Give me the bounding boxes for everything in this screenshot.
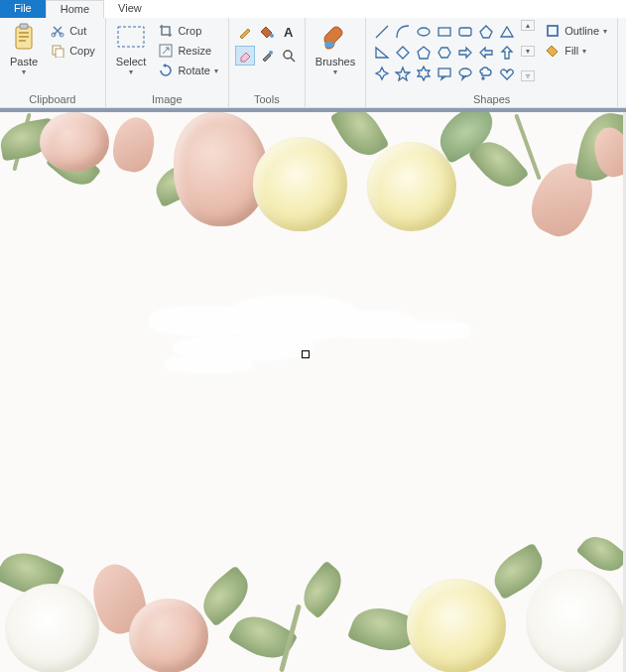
crop-icon	[158, 23, 174, 39]
tab-view[interactable]: View	[104, 0, 156, 18]
svg-point-14	[284, 51, 292, 59]
rotate-button[interactable]: Rotate ▾	[156, 62, 219, 79]
paste-button[interactable]: Paste ▾	[4, 20, 44, 78]
shape-right-triangle[interactable]	[372, 43, 392, 63]
select-button[interactable]: Select ▾	[110, 20, 153, 78]
shapes-group-label: Shapes	[370, 91, 613, 107]
fill-button[interactable]: Fill ▾	[543, 42, 609, 60]
shape-heart[interactable]	[497, 64, 517, 83]
shape-arrow-up[interactable]	[497, 43, 517, 63]
fill-tool[interactable]	[257, 22, 277, 42]
crop-button[interactable]: Crop	[156, 22, 219, 40]
scissors-icon	[50, 23, 65, 39]
shape-pentagon[interactable]	[414, 43, 434, 63]
shape-line[interactable]	[372, 22, 392, 42]
rotate-label: Rotate	[178, 65, 209, 76]
svg-rect-1	[20, 24, 28, 29]
svg-rect-17	[438, 28, 450, 36]
svg-rect-3	[19, 36, 29, 38]
brushes-button[interactable]: Brushes ▾	[310, 20, 361, 78]
group-image: Select ▾ Crop Resize Rotate ▾ Image	[106, 18, 229, 107]
chevron-down-icon: ▾	[333, 67, 337, 76]
svg-rect-8	[56, 49, 63, 58]
group-clipboard: Paste ▾ Cut Copy Clipboard	[0, 18, 106, 107]
chevron-down-icon: ▾	[214, 67, 218, 75]
copy-icon	[50, 43, 65, 59]
clipboard-group-label: Clipboard	[4, 91, 101, 107]
select-label: Select	[116, 56, 147, 67]
size-button[interactable]: Siz	[622, 20, 626, 69]
svg-point-21	[482, 77, 484, 79]
brush-icon	[320, 22, 350, 54]
shape-arrow-left[interactable]	[476, 43, 496, 63]
image-group-label: Image	[110, 91, 224, 107]
outline-label: Outline	[564, 25, 599, 37]
resize-icon	[158, 43, 174, 59]
chevron-down-icon: ▾	[582, 47, 586, 56]
svg-rect-2	[19, 32, 29, 34]
outline-button[interactable]: Outline ▾	[543, 22, 609, 40]
svg-text:A: A	[284, 25, 294, 39]
svg-point-15	[324, 42, 334, 48]
pencil-tool[interactable]	[235, 22, 255, 42]
tab-home[interactable]: Home	[46, 0, 104, 18]
shape-callout-rect[interactable]	[435, 64, 454, 83]
select-rect-icon	[116, 22, 146, 54]
group-brushes: Brushes ▾ Brushes	[306, 18, 366, 107]
svg-point-13	[269, 51, 273, 55]
svg-rect-18	[459, 28, 471, 36]
shape-diamond[interactable]	[393, 43, 413, 63]
shapes-scroll-down[interactable]: ▾	[521, 46, 535, 57]
shape-6star[interactable]	[414, 64, 434, 83]
fill-label: Fill	[564, 45, 578, 57]
tab-bar: File Home View	[0, 0, 626, 18]
shapes-expand[interactable]: ▿	[521, 70, 535, 81]
magnifier-tool[interactable]	[279, 46, 299, 66]
shape-triangle[interactable]	[497, 22, 517, 42]
cut-button[interactable]: Cut	[48, 22, 97, 40]
shape-curve[interactable]	[393, 22, 413, 42]
group-size: Siz	[618, 18, 626, 107]
ribbon: Paste ▾ Cut Copy Clipboard	[0, 18, 626, 108]
eraser-tool[interactable]	[235, 46, 255, 66]
outline-icon	[545, 23, 561, 39]
shape-arrow-right[interactable]	[455, 43, 475, 63]
rotate-icon	[158, 63, 174, 78]
text-tool[interactable]: A	[279, 22, 299, 42]
shape-5star[interactable]	[393, 64, 413, 83]
shape-polygon[interactable]	[476, 22, 496, 42]
color-picker-tool[interactable]	[257, 46, 277, 66]
shapes-gallery[interactable]	[370, 20, 519, 85]
shape-oval[interactable]	[414, 22, 434, 42]
tools-group-label: Tools	[233, 91, 301, 107]
crop-label: Crop	[178, 25, 201, 37]
shape-hexagon[interactable]	[435, 43, 454, 63]
svg-rect-22	[548, 26, 558, 36]
svg-point-20	[459, 68, 471, 76]
copy-label: Copy	[69, 45, 95, 57]
clipboard-icon	[11, 22, 37, 54]
resize-label: Resize	[178, 45, 211, 57]
svg-point-11	[270, 34, 274, 38]
canvas[interactable]	[0, 112, 626, 672]
shape-4star[interactable]	[372, 64, 392, 83]
resize-button[interactable]: Resize	[156, 42, 219, 60]
shape-callout-cloud[interactable]	[476, 64, 496, 83]
svg-rect-4	[19, 40, 26, 42]
brushes-label: Brushes	[315, 56, 355, 67]
svg-point-16	[418, 28, 430, 36]
canvas-area[interactable]	[0, 108, 626, 672]
chevron-down-icon: ▾	[22, 67, 26, 76]
shape-rect[interactable]	[435, 22, 454, 42]
copy-button[interactable]: Copy	[48, 42, 97, 60]
chevron-down-icon: ▾	[603, 27, 607, 36]
shape-callout-oval[interactable]	[455, 64, 475, 83]
chevron-down-icon: ▾	[129, 67, 133, 76]
paste-label: Paste	[10, 56, 38, 67]
fill-icon	[545, 43, 561, 59]
tab-file[interactable]: File	[0, 0, 46, 18]
shapes-scroll-up[interactable]: ▴	[521, 20, 535, 31]
group-tools: A Tools	[229, 18, 306, 107]
svg-rect-19	[438, 68, 450, 76]
shape-roundrect[interactable]	[455, 22, 475, 42]
